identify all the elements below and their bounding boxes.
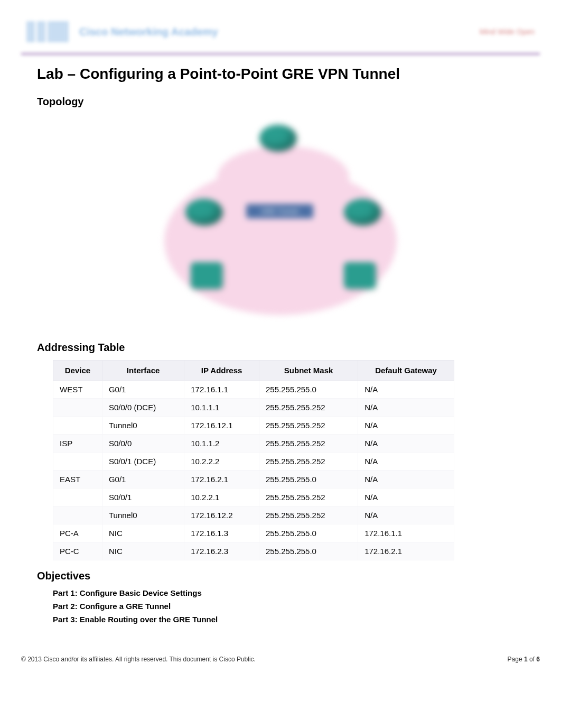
- table-row: EASTG0/1172.16.2.1255.255.255.0N/A: [53, 471, 454, 489]
- cell-ip: 10.1.1.1: [184, 399, 259, 417]
- cell-device: [53, 506, 102, 524]
- objective-part3: Part 3: Enable Routing over the GRE Tunn…: [53, 615, 540, 624]
- cell-ip: 172.16.12.1: [184, 417, 259, 435]
- cell-ip: 172.16.1.3: [184, 524, 259, 542]
- cisco-logo-icon: [26, 21, 69, 42]
- cell-mask: 255.255.255.252: [259, 506, 358, 524]
- cell-device: PC-C: [53, 542, 102, 560]
- objective-part1: Part 1: Configure Basic Device Settings: [53, 588, 540, 597]
- footer-copyright: © 2013 Cisco and/or its affiliates. All …: [21, 656, 256, 663]
- cell-gateway: 172.16.2.1: [358, 542, 454, 560]
- table-row: S0/0/1 (DCE)10.2.2.2255.255.255.252N/A: [53, 453, 454, 471]
- cell-device: [53, 399, 102, 417]
- document-footer: © 2013 Cisco and/or its affiliates. All …: [21, 656, 540, 663]
- col-interface: Interface: [102, 361, 184, 381]
- cell-interface: G0/1: [102, 471, 184, 489]
- cell-gateway: N/A: [358, 453, 454, 471]
- cell-gateway: N/A: [358, 417, 454, 435]
- cell-device: [53, 489, 102, 506]
- table-row: S0/0/0 (DCE)10.1.1.1255.255.255.252N/A: [53, 399, 454, 417]
- document-header: Cisco Networking Academy Mind Wide Open: [21, 11, 540, 55]
- cell-interface: NIC: [102, 542, 184, 560]
- cell-mask: 255.255.255.0: [259, 471, 358, 489]
- cell-gateway: N/A: [358, 489, 454, 506]
- col-gateway: Default Gateway: [358, 361, 454, 381]
- section-addressing-title: Addressing Table: [37, 342, 540, 354]
- table-row: PC-CNIC172.16.2.3255.255.255.0172.16.2.1: [53, 542, 454, 560]
- page-title: Lab – Configuring a Point-to-Point GRE V…: [37, 66, 540, 82]
- cell-interface: S0/0/0: [102, 435, 184, 453]
- table-row: WESTG0/1172.16.1.1255.255.255.0N/A: [53, 381, 454, 399]
- cell-interface: G0/1: [102, 381, 184, 399]
- cell-ip: 10.2.2.2: [184, 453, 259, 471]
- cell-gateway: N/A: [358, 399, 454, 417]
- cell-ip: 172.16.1.1: [184, 381, 259, 399]
- table-row: ISPS0/0/010.1.1.2255.255.255.252N/A: [53, 435, 454, 453]
- cell-device: EAST: [53, 471, 102, 489]
- cell-ip: 172.16.2.3: [184, 542, 259, 560]
- cell-gateway: N/A: [358, 381, 454, 399]
- cell-device: [53, 453, 102, 471]
- cell-interface: S0/0/1: [102, 489, 184, 506]
- cell-ip: 10.2.2.1: [184, 489, 259, 506]
- cell-interface: NIC: [102, 524, 184, 542]
- cell-gateway: N/A: [358, 435, 454, 453]
- addressing-table: Device Interface IP Address Subnet Mask …: [53, 360, 454, 560]
- router-isp-icon: [259, 125, 296, 151]
- cell-device: WEST: [53, 381, 102, 399]
- col-mask: Subnet Mask: [259, 361, 358, 381]
- tunnel-label: GRE Tunnel: [246, 204, 313, 218]
- cell-gateway: N/A: [358, 506, 454, 524]
- cell-mask: 255.255.255.252: [259, 435, 358, 453]
- cell-mask: 255.255.255.0: [259, 381, 358, 399]
- cell-device: [53, 417, 102, 435]
- table-row: Tunnel0172.16.12.2255.255.255.252N/A: [53, 506, 454, 524]
- cell-interface: S0/0/1 (DCE): [102, 453, 184, 471]
- objective-part2: Part 2: Configure a GRE Tunnel: [53, 602, 540, 611]
- objectives-list: Part 1: Configure Basic Device Settings …: [53, 588, 540, 624]
- cell-mask: 255.255.255.252: [259, 399, 358, 417]
- brand-text: Cisco Networking Academy: [79, 26, 218, 38]
- cell-mask: 255.255.255.252: [259, 489, 358, 506]
- cell-interface: Tunnel0: [102, 417, 184, 435]
- cell-mask: 255.255.255.0: [259, 524, 358, 542]
- cell-ip: 172.16.12.2: [184, 506, 259, 524]
- table-header-row: Device Interface IP Address Subnet Mask …: [53, 361, 454, 381]
- cell-device: ISP: [53, 435, 102, 453]
- cell-mask: 255.255.255.252: [259, 453, 358, 471]
- footer-page: Page 1 of 6: [508, 656, 540, 663]
- cell-ip: 10.1.1.2: [184, 435, 259, 453]
- section-topology-title: Topology: [37, 96, 540, 108]
- cell-ip: 172.16.2.1: [184, 471, 259, 489]
- topology-diagram: GRE Tunnel: [122, 114, 439, 326]
- cell-gateway: 172.16.1.1: [358, 524, 454, 542]
- header-tagline: Mind Wide Open: [480, 27, 535, 36]
- pc-a-icon: [191, 262, 222, 289]
- cell-gateway: N/A: [358, 471, 454, 489]
- cell-interface: S0/0/0 (DCE): [102, 399, 184, 417]
- cell-interface: Tunnel0: [102, 506, 184, 524]
- pc-c-icon: [344, 262, 376, 289]
- table-row: S0/0/110.2.2.1255.255.255.252N/A: [53, 489, 454, 506]
- section-objectives-title: Objectives: [37, 570, 540, 582]
- col-device: Device: [53, 361, 102, 381]
- col-ip: IP Address: [184, 361, 259, 381]
- cell-device: PC-A: [53, 524, 102, 542]
- cell-mask: 255.255.255.0: [259, 542, 358, 560]
- router-east-icon: [344, 199, 381, 225]
- cell-mask: 255.255.255.252: [259, 417, 358, 435]
- table-row: PC-ANIC172.16.1.3255.255.255.0172.16.1.1: [53, 524, 454, 542]
- table-row: Tunnel0172.16.12.1255.255.255.252N/A: [53, 417, 454, 435]
- router-west-icon: [185, 199, 222, 225]
